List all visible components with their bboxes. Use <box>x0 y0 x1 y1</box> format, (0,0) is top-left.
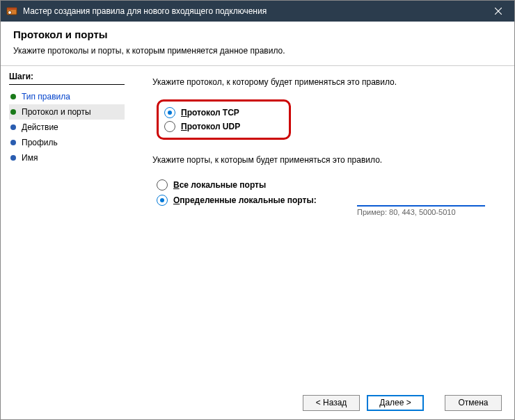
step-protocol-ports[interactable]: Протокол и порты <box>9 104 125 120</box>
step-action[interactable]: Действие <box>9 120 125 135</box>
step-name[interactable]: Имя <box>9 150 125 165</box>
titlebar: Мастер создания правила для нового входя… <box>1 1 514 22</box>
bullet-icon <box>10 109 16 115</box>
bullet-icon <box>10 94 16 99</box>
step-label: Действие <box>22 122 58 132</box>
radio-specific-ports-label: Определенные локальные порты: <box>173 195 317 205</box>
ports-all-row[interactable]: Все локальные порты <box>157 177 500 193</box>
ports-specific-option[interactable]: Определенные локальные порты: <box>157 193 351 208</box>
radio-all-ports-label: Все локальные порты <box>173 180 266 190</box>
ports-input-wrap: Пример: 80, 443, 5000-5010 <box>357 193 485 216</box>
page-title: Протокол и порты <box>13 29 502 40</box>
protocol-radio-group: Протокол TCP Протокол UDP <box>157 99 291 140</box>
step-profile[interactable]: Профиль <box>9 135 125 150</box>
bullet-icon <box>10 155 16 161</box>
step-label[interactable]: Тип правила <box>22 92 70 102</box>
wizard-footer: < Назад Далее > Отмена <box>1 385 514 419</box>
wizard-window: Мастер создания правила для нового входя… <box>0 0 515 420</box>
app-icon <box>6 6 17 17</box>
step-rule-type[interactable]: Тип правила <box>9 89 125 104</box>
radio-udp[interactable] <box>164 121 175 132</box>
ports-instruction: Укажите порты, к которым будет применять… <box>152 155 500 165</box>
step-label: Профиль <box>22 138 58 147</box>
protocol-instruction: Укажите протокол, к которому будет приме… <box>152 77 500 87</box>
back-button[interactable]: < Назад <box>303 395 360 411</box>
radio-specific-ports[interactable] <box>157 195 168 206</box>
wizard-body: Шаги: Тип правила Протокол и порты Дейст… <box>1 66 514 385</box>
radio-tcp-label: Протокол TCP <box>181 108 239 118</box>
bullet-icon <box>10 124 16 130</box>
ports-hint: Пример: 80, 443, 5000-5010 <box>357 208 456 216</box>
next-button[interactable]: Далее > <box>367 395 424 411</box>
window-title: Мастер создания правила для нового входя… <box>23 6 482 16</box>
ports-input[interactable] <box>357 193 485 207</box>
protocol-udp-row[interactable]: Протокол UDP <box>164 120 240 134</box>
step-label: Протокол и порты <box>22 107 91 117</box>
close-button[interactable] <box>482 1 514 22</box>
ports-radio-group: Все локальные порты Определенные локальн… <box>157 177 500 216</box>
steps-sidebar: Шаги: Тип правила Протокол и порты Дейст… <box>1 66 133 385</box>
ports-specific-row: Определенные локальные порты: Пример: 80… <box>157 193 500 216</box>
page-subtitle: Укажите протоколы и порты, к которым при… <box>13 46 502 56</box>
close-icon <box>495 8 502 15</box>
wizard-header: Протокол и порты Укажите протоколы и пор… <box>1 22 514 66</box>
radio-tcp[interactable] <box>164 107 175 118</box>
radio-all-ports[interactable] <box>157 179 168 191</box>
protocol-tcp-row[interactable]: Протокол TCP <box>164 106 240 120</box>
bullet-icon <box>10 140 16 145</box>
content-inner: Укажите протокол, к которому будет приме… <box>152 74 500 377</box>
radio-udp-label: Протокол UDP <box>181 122 240 131</box>
svg-rect-1 <box>7 8 17 10</box>
step-label: Имя <box>22 153 38 163</box>
svg-point-2 <box>8 11 12 15</box>
cancel-button[interactable]: Отмена <box>445 395 502 411</box>
wizard-content: Укажите протокол, к которому будет приме… <box>133 66 514 385</box>
steps-title: Шаги: <box>9 72 125 85</box>
